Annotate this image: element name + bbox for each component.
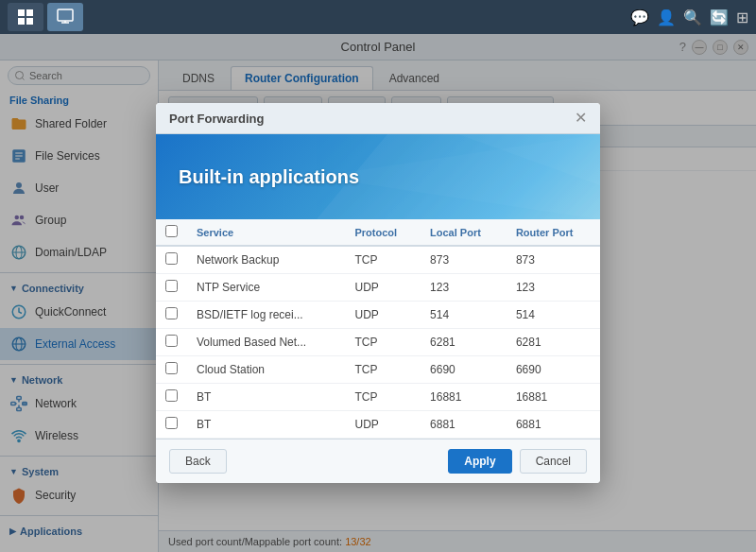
row-checkbox-cell[interactable]: [156, 411, 187, 439]
row-local-port: 16881: [421, 384, 507, 411]
select-all-checkbox[interactable]: [165, 225, 178, 237]
modal-table-header: Service Protocol Local Port Router Port: [156, 219, 600, 246]
row-service: BT: [187, 411, 346, 439]
row-router-port: 16881: [507, 384, 600, 411]
row-protocol: TCP: [346, 356, 421, 384]
svg-rect-0: [18, 9, 25, 16]
row-checkbox-cell[interactable]: [156, 246, 187, 274]
modal-table-body: Network Backup TCP 873 873 NTP Service U…: [156, 246, 600, 439]
row-checkbox[interactable]: [165, 417, 178, 429]
row-router-port: 514: [507, 302, 600, 329]
row-checkbox-cell[interactable]: [156, 302, 187, 329]
modal-banner: Built-in applications: [156, 134, 600, 219]
chat-icon[interactable]: 💬: [630, 9, 649, 26]
taskbar: 💬 👤 🔍 🔄 ⊞: [0, 0, 756, 34]
row-service: Network Backup: [187, 246, 346, 274]
col-router-port: Router Port: [507, 219, 600, 246]
row-checkbox-cell[interactable]: [156, 384, 187, 411]
row-checkbox[interactable]: [165, 252, 178, 265]
row-checkbox[interactable]: [165, 335, 178, 347]
row-local-port: 514: [421, 302, 507, 329]
svg-rect-2: [18, 18, 25, 25]
row-service: Volumed Based Net...: [187, 329, 346, 356]
row-checkbox-cell[interactable]: [156, 356, 187, 384]
row-local-port: 6881: [421, 411, 507, 439]
search-taskbar-icon[interactable]: 🔍: [683, 9, 702, 26]
taskbar-app-icon[interactable]: [47, 3, 83, 31]
modal-table-row: BT TCP 16881 16881: [156, 384, 600, 411]
col-local-port: Local Port: [421, 219, 507, 246]
taskbar-grid-icon[interactable]: [8, 3, 43, 31]
row-router-port: 6690: [507, 356, 600, 384]
row-checkbox[interactable]: [165, 362, 178, 374]
modal-table: Service Protocol Local Port Router Port …: [156, 219, 600, 439]
row-service: NTP Service: [187, 274, 346, 302]
modal-table-container: Service Protocol Local Port Router Port …: [156, 219, 600, 439]
row-service: Cloud Station: [187, 356, 346, 384]
row-protocol: UDP: [346, 274, 421, 302]
taskbar-right: 💬 👤 🔍 🔄 ⊞: [630, 9, 748, 26]
cancel-button[interactable]: Cancel: [520, 449, 587, 474]
row-protocol: UDP: [346, 302, 421, 329]
modal-table-row: BT UDP 6881 6881: [156, 411, 600, 439]
row-checkbox-cell[interactable]: [156, 329, 187, 356]
row-checkbox[interactable]: [165, 280, 178, 292]
row-service: BSD/IETF log recei...: [187, 302, 346, 329]
modal-table-row: Network Backup TCP 873 873: [156, 246, 600, 274]
row-protocol: UDP: [346, 411, 421, 439]
row-router-port: 873: [507, 246, 600, 274]
row-local-port: 6281: [421, 329, 507, 356]
row-local-port: 123: [421, 274, 507, 302]
modal-overlay: Port Forwarding ✕ Built-in applications …: [0, 34, 756, 552]
row-service: BT: [187, 384, 346, 411]
person-icon[interactable]: 👤: [657, 9, 676, 26]
modal-close-button[interactable]: ✕: [575, 111, 587, 126]
row-protocol: TCP: [346, 329, 421, 356]
synology-icon[interactable]: 🔄: [710, 9, 729, 26]
modal-title: Port Forwarding: [169, 112, 264, 126]
modal-footer-left: Back: [169, 449, 440, 474]
col-checkbox: [156, 219, 187, 246]
svg-rect-1: [26, 9, 33, 16]
row-local-port: 6690: [421, 356, 507, 384]
modal-table-row: NTP Service UDP 123 123: [156, 274, 600, 302]
port-forwarding-modal: Port Forwarding ✕ Built-in applications …: [156, 103, 600, 483]
row-local-port: 873: [421, 246, 507, 274]
svg-rect-4: [58, 9, 73, 21]
row-router-port: 6281: [507, 329, 600, 356]
modal-table-row: Volumed Based Net... TCP 6281 6281: [156, 329, 600, 356]
apply-button[interactable]: Apply: [448, 449, 511, 474]
modal-table-row: Cloud Station TCP 6690 6690: [156, 356, 600, 384]
modal-table-row: BSD/IETF log recei... UDP 514 514: [156, 302, 600, 329]
col-protocol: Protocol: [346, 219, 421, 246]
modal-banner-title: Built-in applications: [179, 166, 359, 188]
svg-rect-3: [26, 18, 33, 25]
modal-footer: Back Apply Cancel: [156, 439, 600, 483]
col-service: Service: [187, 219, 346, 246]
row-checkbox[interactable]: [165, 307, 178, 319]
modal-header: Port Forwarding ✕: [156, 103, 600, 134]
row-protocol: TCP: [346, 246, 421, 274]
windows-icon[interactable]: ⊞: [736, 9, 748, 26]
row-checkbox[interactable]: [165, 389, 178, 402]
row-router-port: 6881: [507, 411, 600, 439]
row-router-port: 123: [507, 274, 600, 302]
row-protocol: TCP: [346, 384, 421, 411]
row-checkbox-cell[interactable]: [156, 274, 187, 302]
back-button[interactable]: Back: [169, 449, 227, 474]
